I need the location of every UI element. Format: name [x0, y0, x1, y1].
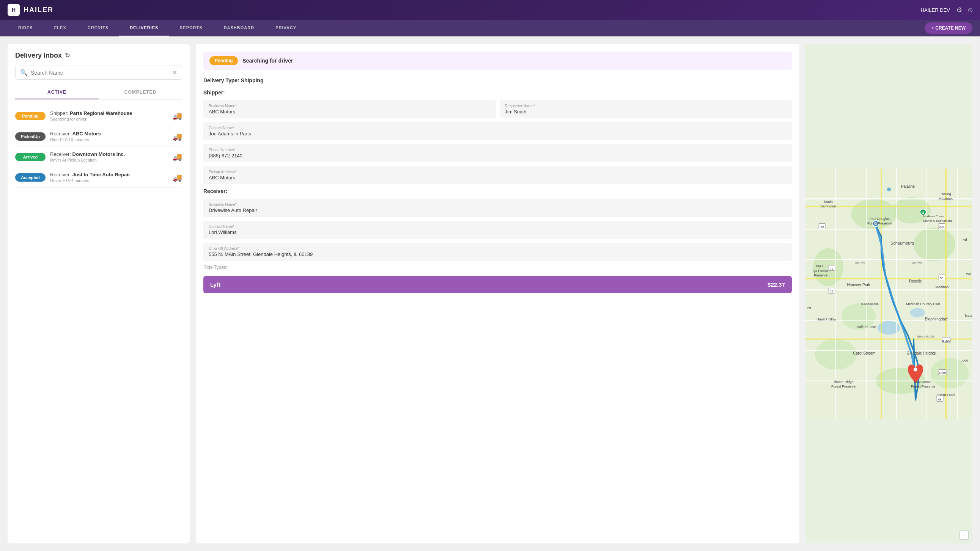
svg-text:Meadows: Meadows [939, 197, 953, 201]
clear-icon[interactable]: ✕ [172, 69, 177, 76]
delivery-item-1[interactable]: PickedUp Receiver: ABC Motors Ride ETA 1… [15, 126, 182, 147]
logout-icon[interactable]: ⎋ [968, 6, 972, 14]
svg-point-30 [913, 368, 917, 372]
search-bar: 🔍 ✕ [15, 66, 182, 79]
shipper-phone-value: (888) 672-2140 [209, 153, 786, 159]
svg-text:I-355: I-355 [939, 371, 946, 375]
svg-text:19: 19 [830, 290, 834, 293]
truck-icon-0: 🚚 [173, 111, 182, 121]
svg-text:53: 53 [940, 276, 943, 280]
svg-text:Hawk Hollow: Hawk Hollow [816, 318, 837, 321]
main-content: Delivery Inbox ↻ 🔍 ✕ ACTIVE COMPLETED Pe… [0, 37, 980, 551]
item-text-1: Receiver: ABC Motors Ride ETA 10 minutes [50, 131, 168, 142]
status-badge-pickedup: PickedUp [15, 132, 46, 141]
svg-text:Palatine: Palatine [901, 184, 915, 189]
item-main-line-0: Shipper: Parts Regional Warehouse [50, 110, 168, 116]
tab-flex[interactable]: FLEX [44, 20, 77, 37]
svg-text:Golf Rd: Golf Rd [912, 261, 922, 264]
svg-text:ett: ett [807, 306, 811, 310]
user-menu[interactable]: HAILER DEV [921, 7, 950, 13]
shipper-business-field: Business Name* ABC Motors [204, 100, 496, 118]
svg-text:hur L.: hur L. [816, 264, 825, 268]
shipper-business-label: Business Name* [209, 104, 490, 108]
status-badge-accepted: Accepted [15, 173, 46, 182]
settings-icon[interactable]: ⚙ [956, 6, 962, 14]
svg-text:Arl: Arl [963, 238, 967, 241]
delivery-item-3[interactable]: Accepted Receiver: Just In Time Auto Rep… [15, 167, 182, 188]
svg-text:Dinner & Tournament: Dinner & Tournament [923, 219, 952, 222]
shipper-requester-label: Requester Name* [505, 104, 787, 108]
svg-text:Forest Preserve: Forest Preserve [911, 384, 935, 388]
truck-icon-2: 🚚 [173, 152, 182, 162]
tab-reports[interactable]: REPORTS [169, 20, 213, 37]
svg-point-10 [910, 308, 925, 318]
svg-text:Preserve: Preserve [814, 273, 827, 277]
create-new-button[interactable]: + CREATE NEW [924, 22, 972, 34]
shipper-requester-value: Jim Smith [505, 109, 787, 114]
svg-text:Isata: Isata [965, 314, 972, 318]
refresh-icon[interactable]: ↻ [65, 52, 70, 59]
logo-box: H [8, 4, 20, 16]
svg-text:Hanover Park: Hanover Park [847, 283, 870, 287]
shipper-contact-field: Contact Name* Joe Adams in Parts [204, 122, 792, 140]
svg-text:Keeneyville: Keeneyville [861, 302, 879, 306]
svg-point-8 [931, 358, 969, 389]
svg-text:Medinah Country Club: Medinah Country Club [906, 302, 940, 306]
tab-credits[interactable]: CREDITS [77, 20, 119, 37]
svg-text:Barrington: Barrington [820, 205, 836, 208]
receiver-contact-label: Contact Name* [209, 224, 786, 229]
svg-text:Paul Douglas: Paul Douglas [869, 217, 890, 221]
receiver-business-field: Business Name* Drivewise Auto Repair [204, 199, 792, 217]
logo-area: H HAILER [8, 4, 54, 16]
middle-panel: Pending Searching for driver Delivery Ty… [196, 44, 799, 543]
receiver-contact-field: Contact Name* Lori Williams [204, 221, 792, 239]
tab-active[interactable]: ACTIVE [15, 86, 99, 99]
svg-text:Mallard Lake: Mallard Lake [856, 325, 876, 329]
shipper-pickup-field: Pickup Address* ABC Motors [204, 166, 792, 184]
status-badge-pending: Pending [15, 112, 46, 120]
tab-privacy[interactable]: PRIVACY [265, 20, 307, 37]
svg-text:290: 290 [939, 225, 944, 229]
logo-letter: H [12, 7, 16, 13]
svg-text:Golf Rd: Golf Rd [855, 261, 865, 264]
shipper-pickup-label: Pickup Address* [209, 170, 786, 174]
svg-text:Carol Stream: Carol Stream [853, 351, 876, 355]
map-container: 62 290 72 53 19 Ill 390 I-355 88 Palatin… [805, 44, 972, 543]
svg-text:Glendale Heights: Glendale Heights [907, 351, 936, 355]
truck-icon-1: 🚚 [173, 132, 182, 141]
receiver-business-label: Business Name* [209, 203, 786, 206]
svg-text:Ill 390: Ill 390 [942, 339, 950, 343]
tab-deliveries[interactable]: DELIVERIES [119, 20, 169, 37]
svg-text:Addi: Addi [961, 359, 968, 363]
search-icon: 🔍 [20, 69, 28, 76]
shipper-business-value: ABC Motors [209, 109, 490, 114]
lyft-row[interactable]: Lyft $22.37 [204, 276, 792, 293]
truck-icon-3: 🚚 [173, 173, 182, 182]
svg-text:Roselle: Roselle [909, 279, 922, 283]
svg-text:Timber Ridge: Timber Ridge [833, 380, 854, 384]
svg-text:Safari Land: Safari Land [937, 393, 955, 397]
tab-dashboard[interactable]: DASHBOARD [213, 20, 265, 37]
svg-text:South: South [824, 200, 833, 204]
delivery-item-2[interactable]: Arrived Receiver: Downtown Motors Inc. D… [15, 147, 182, 167]
shipper-contact-value: Joe Adams in Parts [209, 131, 786, 137]
search-input[interactable] [31, 70, 169, 76]
delivery-item-0[interactable]: Pending Shipper: Parts Regional Warehous… [15, 106, 182, 126]
shipper-contact-label: Contact Name* [209, 126, 786, 130]
panel-title: Delivery Inbox ↻ [15, 52, 182, 60]
svg-text:62: 62 [821, 225, 824, 229]
delivery-type: Delivery Type: Shipping [204, 77, 792, 83]
zoom-minus-button[interactable]: − [959, 530, 969, 540]
tab-rides[interactable]: RIDES [8, 20, 44, 37]
status-pill: Pending [210, 56, 238, 65]
svg-point-31 [887, 188, 891, 192]
ride-types-label: Ride Types* [204, 265, 792, 270]
left-panel: Delivery Inbox ↻ 🔍 ✕ ACTIVE COMPLETED Pe… [8, 44, 190, 543]
svg-text:Ellinco Rd 390: Ellinco Rd 390 [917, 335, 934, 338]
tab-completed[interactable]: COMPLETED [99, 86, 182, 99]
item-sub-line-2: Driver At Pickup Location [50, 158, 168, 162]
nav-right: HAILER DEV ⚙ ⎋ [921, 6, 972, 14]
svg-text:Schaumburg: Schaumburg [891, 241, 914, 245]
shipper-phone-label: Phone Number* [209, 148, 786, 152]
svg-text:72: 72 [830, 267, 834, 270]
